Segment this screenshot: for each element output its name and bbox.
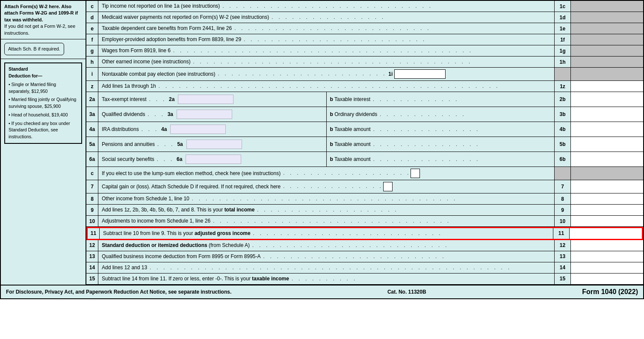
row-8-letter: 8 <box>86 193 98 204</box>
attach-w2-note: If you did not get a Form W-2, see instr… <box>4 24 75 35</box>
row-3a-left: Qualified dividends . . . 3a <box>98 107 326 122</box>
row-6a-label: 6a <box>177 156 182 162</box>
row-4a-input[interactable] <box>170 125 226 134</box>
row-14-entry[interactable] <box>570 262 643 273</box>
row-9-linenum: 9 <box>554 205 570 215</box>
row-13-letter: 13 <box>86 251 98 262</box>
row-5a5b: 5a Pensions and annuities . . . 5a b Tax… <box>86 137 643 152</box>
row-2a-input[interactable] <box>178 95 233 104</box>
row-1h-desc: Other earned income (see instructions) .… <box>98 56 554 67</box>
row-1e-letter: e <box>86 23 98 34</box>
row-2b-entry[interactable] <box>570 92 643 107</box>
row-13-desc: Qualified business income deduction from… <box>98 251 554 262</box>
row-14-letter: 14 <box>86 262 98 273</box>
row-2a-dots: . . . <box>149 97 166 102</box>
row-9-entry[interactable] <box>570 205 643 215</box>
row-1e-text: Taxable dependent care benefits from For… <box>102 25 232 32</box>
row-8-entry[interactable] <box>570 193 643 204</box>
row-3a-input[interactable] <box>177 110 232 119</box>
row-14-dots: . . . . . . . . . . . . . . . . . . . . … <box>150 265 511 271</box>
row-6a-input[interactable] <box>186 155 241 164</box>
row-1e: e Taxable dependent care benefits from F… <box>86 23 643 34</box>
row-1h-text: Other earned income (see instructions) <box>102 58 190 65</box>
attach-w2-box: Attach Form(s) W-2 here. Also attach For… <box>1 1 86 39</box>
row-5a-input[interactable] <box>186 140 242 149</box>
row-1f-linenum: 1f <box>554 34 570 45</box>
row-1f-entry[interactable] <box>570 34 643 45</box>
row-1h-entry[interactable] <box>570 56 643 67</box>
row-1g-dots: . . . . . . . . . . . . . . . . . . . . … <box>173 48 473 54</box>
row-1d-linenum: 1d <box>554 12 570 23</box>
main-content: Attach Form(s) W-2 here. Also attach For… <box>1 1 643 285</box>
row-13-linenum: 13 <box>554 251 570 262</box>
footer-left: For Disclosure, Privacy Act, and Paperwo… <box>6 289 231 295</box>
row-6b-text: b Taxable amount <box>330 156 371 162</box>
left-sidebar: Attach Form(s) W-2 here. Also attach For… <box>1 1 86 285</box>
footer-form: Form 1040 (2022) <box>582 288 638 296</box>
row-1h-letter: h <box>86 56 98 67</box>
row-5b-entry[interactable] <box>570 137 643 152</box>
row-7-linenum: 7 <box>554 180 570 193</box>
row-1f: f Employer-provided adoption benefits fr… <box>86 34 643 45</box>
row-4b-linenum: 4b <box>554 122 570 137</box>
row-4b-entry[interactable] <box>570 122 643 137</box>
std-deduction-title: StandardDeduction for— <box>9 66 78 80</box>
row-2a-text: Tax-exempt interest <box>102 96 147 102</box>
row-2b-dots: . . . . . . . . . . . . . <box>373 97 459 102</box>
row-1f-letter: f <box>86 34 98 45</box>
row-13: 13 Qualified business income deduction f… <box>86 251 643 262</box>
row-1z-text: Add lines 1a through 1h <box>102 83 156 90</box>
row-2a-label: 2a <box>169 96 174 102</box>
row-11-dots: . . . . . . . . . . . . . . . . . . . . … <box>253 230 443 237</box>
row-3a-text: Qualified dividends <box>102 111 145 117</box>
row-1g-entry[interactable] <box>570 45 643 56</box>
row-1g: g Wages from Form 8919, line 6 . . . . .… <box>86 45 643 56</box>
row-3b-entry[interactable] <box>570 107 643 122</box>
row-2a2b: 2a Tax-exempt interest . . . 2a b Taxabl… <box>86 92 643 107</box>
row-1d-desc: Medicaid waiver payments not reported on… <box>98 12 554 23</box>
row-1z-desc: Add lines 1a through 1h . . . . . . . . … <box>98 81 554 92</box>
row-15-entry[interactable] <box>570 274 643 284</box>
row-10-entry[interactable] <box>570 216 643 226</box>
row-6b-entry[interactable] <box>570 152 643 167</box>
row-6a-text: Social security benefits <box>102 156 154 162</box>
row-c-lump-linenum <box>554 167 570 180</box>
row-3a-dots: . . . <box>148 112 165 117</box>
std-bullet2: • Married filing jointly or Qualifying s… <box>9 96 78 110</box>
row-6a-left: Social security benefits . . . 6a <box>98 152 326 167</box>
row-1z-letter: z <box>86 81 98 92</box>
row-1g-letter: g <box>86 45 98 56</box>
row-1z-entry[interactable] <box>570 81 643 92</box>
row-7-entry[interactable] <box>570 180 643 193</box>
row-12-entry[interactable] <box>570 240 643 251</box>
row-1d-entry[interactable] <box>570 12 643 23</box>
row-3b-right: b Ordinary dividends . . . . . . . . . .… <box>327 107 555 122</box>
row-15-letter: 15 <box>86 274 98 284</box>
row-7-checkbox[interactable] <box>383 182 393 191</box>
row-10-text: Adjustments to income from Schedule 1, l… <box>102 217 210 225</box>
row-13-entry[interactable] <box>570 251 643 262</box>
row-1c-entry[interactable] <box>570 1 643 12</box>
row-5a-left: Pensions and annuities . . . 5a <box>98 137 326 152</box>
row-9-desc: Add lines 1z, 2b, 3b, 4b, 5b, 6b, 7, and… <box>98 205 554 215</box>
row-1i-letter: i <box>86 68 98 80</box>
std-bullet3: • Head of household, $19,400 <box>9 112 78 119</box>
row-11: 11 Subtract line 10 from line 9. This is… <box>86 227 643 240</box>
row-c-lump-checkbox[interactable] <box>411 169 420 178</box>
row-8: 8 Other income from Schedule 1, line 10 … <box>86 193 643 205</box>
row-c-lump-dots: . . . . . . . . . . . . . . . . . . . <box>283 170 411 176</box>
row-1g-text: Wages from Form 8919, line 6 <box>102 47 171 54</box>
row-5a-dots: . . . <box>157 142 174 147</box>
footer: For Disclosure, Privacy Act, and Paperwo… <box>1 285 643 298</box>
row-1e-entry[interactable] <box>570 23 643 34</box>
row-13-text: Qualified business income deduction from… <box>102 253 261 260</box>
row-12-text: Standard deduction or itemized deduction… <box>102 242 250 249</box>
row-6a6b: 6a Social security benefits . . . 6a b T… <box>86 152 643 167</box>
row-15: 15 Subtract line 14 from line 11. If zer… <box>86 274 643 285</box>
row-1h-dots: . . . . . . . . . . . . . . . . . . . . … <box>193 59 472 65</box>
row-9-dots: . . . . . . . . . . . . . . . . . . . . … <box>257 207 398 213</box>
row-5b-right: b Taxable amount . . . . . . . . . . . .… <box>327 137 555 152</box>
row-1i-inline-input[interactable] <box>394 69 446 79</box>
row-11-entry[interactable] <box>569 228 642 239</box>
row-8-text: Other income from Schedule 1, line 10 <box>102 195 189 202</box>
